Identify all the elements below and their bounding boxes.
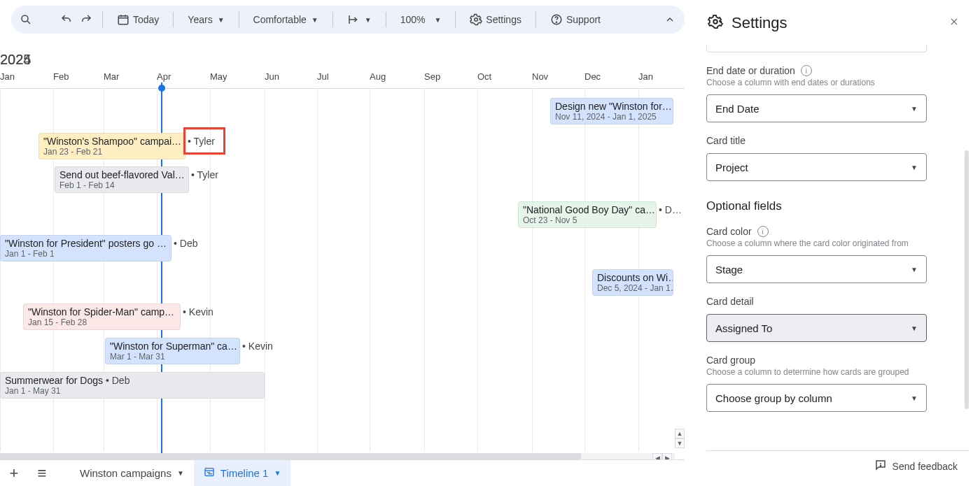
select-value: Choose group by column [715,392,832,404]
svg-point-8 [475,18,478,22]
caret-icon: ▼ [365,16,372,24]
view-mode-label: Years [188,14,212,25]
card-assignee: • D… [659,204,682,215]
month-label: Dec [584,71,601,82]
svg-point-15 [713,20,718,24]
view-mode-select[interactable]: Years▼ [182,10,230,29]
vertical-scroll-arrows[interactable]: ▲▼ [675,429,685,448]
sheet-tab-bar: + ≡ Winston campaigns ▼ Timeline 1 ▼ [0,459,685,486]
zoom-label: 100% [400,14,426,25]
select-value: Project [715,162,748,173]
month-label: Aug [370,71,386,82]
zoom-select[interactable]: 100%▼ [395,10,447,29]
card-title: "Winston's Shampoo" campai… [43,136,181,147]
toolbar: Today Years▼ Comfortable▼ ▼ 100%▼ Settin… [11,6,685,34]
settings-panel: Settings End date or durationi Choose a … [706,6,969,481]
timeline-card[interactable]: "Winston's Shampoo" campai… Jan 23 - Feb… [38,133,186,159]
sheet-tab-label: Winston campaigns [80,467,172,479]
send-feedback-link[interactable]: Send feedback [892,461,958,472]
annotation-highlight [183,127,225,155]
timeline-card[interactable]: Summerwear for Dogs • Deb Jan 1 - May 31 [0,372,265,399]
month-label: Jun [265,71,279,82]
card-title: Discounts on Wi… [597,272,668,283]
sheet-tab-active[interactable]: Timeline 1 ▼ [194,460,291,486]
svg-rect-2 [118,16,128,24]
month-label: Feb [53,71,69,82]
month-label: Jan [638,71,653,82]
timeline-card[interactable]: Discounts on Wi… Dec 5, 2024 - Jan 1… [592,269,673,296]
info-icon[interactable]: i [757,226,769,237]
caret-icon: ▼ [911,394,918,402]
card-dates: Jan 1 - Feb 1 [5,249,167,259]
support-label: Support [566,14,601,25]
all-sheets-button[interactable]: ≡ [28,461,56,486]
field-label: End date or durationi [706,65,967,76]
card-dates: Mar 1 - Mar 31 [110,352,235,362]
svg-point-0 [22,15,28,22]
caret-icon: ▼ [218,16,225,24]
card-title: "Winston for Spider-Man" camp… [28,306,176,317]
end-date-select[interactable]: End Date▼ [706,94,927,122]
card-assignee: • Kevin [183,306,214,317]
select-value: End Date [715,103,760,115]
sheet-tab-label: Timeline 1 [220,467,269,479]
card-dates: Dec 5, 2024 - Jan 1… [597,283,668,293]
timeline-card[interactable]: Send out beef-flavored Val… Feb 1 - Feb … [55,166,189,193]
card-group-select[interactable]: Choose group by column▼ [706,384,927,412]
field-help: Choose a column where the card color ori… [706,238,967,248]
svg-line-1 [27,21,30,24]
timeline-card[interactable]: "Winston for Spider-Man" camp… Jan 15 - … [23,303,181,330]
timeline-icon [204,466,215,480]
gear-icon [470,13,482,26]
undo-icon[interactable] [59,12,74,27]
month-label: May [210,71,227,82]
timeline-card[interactable]: "National Good Boy Day" ca… Oct 23 - Nov… [518,201,657,228]
panel-header: Settings [706,6,969,45]
card-dates: Jan 23 - Feb 21 [43,147,181,157]
redo-icon[interactable] [78,12,94,27]
card-assignee: • Tyler [191,169,218,180]
add-sheet-button[interactable]: + [0,461,28,486]
card-assignee: • Kevin [242,341,273,352]
month-label: Nov [532,71,548,82]
settings-button[interactable]: Settings [464,9,527,30]
panel-body: End date or durationi Choose a column wi… [706,45,969,444]
fit-width-button[interactable]: ▼ [342,9,377,30]
density-select[interactable]: Comfortable▼ [248,10,324,29]
month-label: Jan [0,71,15,82]
card-title: Send out beef-flavored Val… [59,169,184,180]
panel-title: Settings [732,14,788,32]
card-color-select[interactable]: Stage▼ [706,255,927,283]
card-title: Summerwear for Dogs [5,375,103,386]
close-button[interactable] [945,13,963,33]
caret-icon: ▼ [177,469,184,477]
timeline-card[interactable]: "Winston for Superman" ca… Mar 1 - Mar 3… [105,338,240,364]
month-label: Oct [477,71,491,82]
collapse-toolbar-icon[interactable] [662,12,678,27]
truncated-field [706,45,927,52]
panel-footer: Send feedback [706,450,969,481]
card-title: Design new "Winston for… [555,101,668,112]
search-icon[interactable] [18,12,34,27]
card-dates: Jan 15 - Feb 28 [28,317,176,327]
card-title-select[interactable]: Project▼ [706,153,927,181]
select-value: Stage [715,264,743,276]
sheet-tab[interactable]: Winston campaigns ▼ [70,460,194,486]
svg-point-10 [556,22,556,22]
month-label: Apr [157,71,171,82]
month-label: Mar [104,71,119,82]
support-button[interactable]: Support [545,9,606,30]
caret-icon: ▼ [911,266,918,273]
panel-scrollbar[interactable] [965,150,969,409]
timeline-card[interactable]: "Winston for President" posters go … Jan… [0,235,172,262]
today-button[interactable]: Today [111,9,164,30]
card-title: "National Good Boy Day" ca… [523,204,652,215]
timeline: 2024 2025 Jan Feb Mar Apr May Jun Jul Au… [0,42,685,462]
card-detail-select[interactable]: Assigned To▼ [706,314,927,342]
info-icon[interactable]: i [801,65,812,76]
caret-icon: ▼ [312,16,318,24]
card-assignee: • Deb [174,238,197,249]
timeline-card[interactable]: Design new "Winston for… Nov 11, 2024 - … [550,98,673,124]
field-label: Card title [706,135,967,146]
help-icon [550,13,563,26]
